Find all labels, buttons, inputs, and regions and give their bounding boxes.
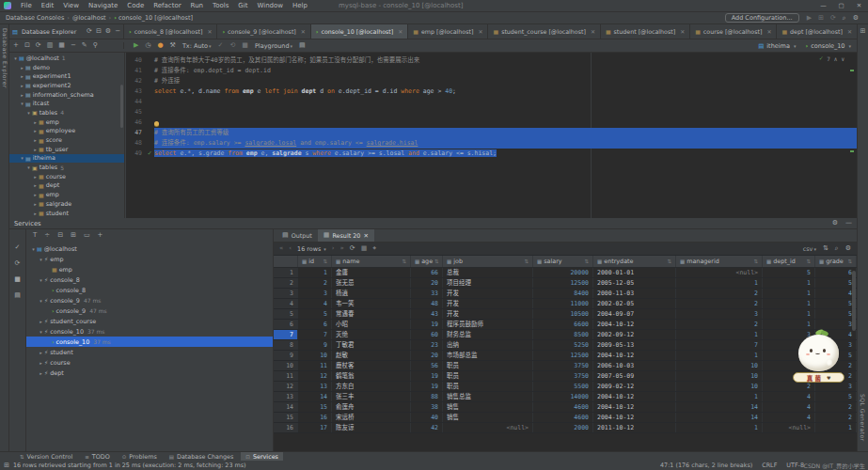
- tree-item-console_8[interactable]: ▾⚡console_8: [26, 274, 273, 285]
- search-everywhere-icon[interactable]: ⌕: [843, 15, 846, 22]
- cell-name[interactable]: 丁敏君: [332, 340, 411, 350]
- tree-item-score[interactable]: ▸▦score: [9, 135, 124, 145]
- minus-icon[interactable]: −: [71, 42, 76, 49]
- sort-icon[interactable]: ⇅: [402, 258, 406, 264]
- table-row[interactable]: 33杨逍33开发84002000-11-03214: [274, 289, 857, 299]
- cell-grade[interactable]: 5: [815, 299, 857, 308]
- editor-line[interactable]: 47# 查询所有员工的工资等级: [126, 128, 857, 138]
- grid-settings-icon[interactable]: ⚙: [845, 245, 851, 252]
- cell-entrydate[interactable]: 2002-09-12: [593, 330, 676, 339]
- chevron-closed-icon[interactable]: ▸: [19, 83, 25, 88]
- tree-item-experiment1[interactable]: ▸▤experiment1: [9, 71, 124, 81]
- cell-managerid[interactable]: 1: [676, 392, 763, 401]
- cell-managerid[interactable]: 14: [676, 413, 763, 422]
- cell-id[interactable]: 13: [298, 382, 332, 391]
- chevron-closed-icon[interactable]: ▸: [32, 182, 39, 188]
- tab-dept[interactable]: ▦dept [@localhost]✕: [777, 24, 857, 39]
- sql-editor[interactable]: ✓ 7 ∧ ∨ 40# 查询所有年龄大于40岁的员工，及其归属的部门名称；如果员…: [126, 53, 857, 218]
- jump-icon[interactable]: ⚲: [93, 42, 98, 49]
- chevron-closed-icon[interactable]: ▸: [38, 319, 44, 324]
- table-row[interactable]: 11金庸66总裁200002000-01-01<null>56: [274, 268, 857, 278]
- chevron-open-icon[interactable]: ▾: [38, 329, 44, 335]
- cell-salary[interactable]: 4600: [533, 402, 593, 412]
- menu-git[interactable]: Git: [233, 2, 252, 9]
- chevron-closed-icon[interactable]: ▸: [32, 128, 39, 133]
- tree-item-emp[interactable]: ▸▦emp: [9, 190, 124, 199]
- sort-icon[interactable]: ⇅: [434, 258, 439, 264]
- menu-code[interactable]: Code: [122, 2, 149, 9]
- cell-name[interactable]: 俞莲舟: [332, 402, 411, 412]
- find-in-grid-icon[interactable]: ⌕: [835, 245, 839, 252]
- row-number[interactable]: 5: [274, 309, 298, 319]
- chevron-open-icon[interactable]: ▾: [30, 246, 37, 252]
- tree-item-dept[interactable]: ▸⚡dept: [26, 368, 273, 378]
- cell-salary[interactable]: 11000: [533, 299, 593, 308]
- cell-age[interactable]: 19: [411, 382, 443, 391]
- cell-job[interactable]: 财务总监: [443, 330, 533, 339]
- refresh-icon[interactable]: ⟳: [36, 42, 41, 49]
- table-row[interactable]: 22张无忌20项目经理125002005-12-05115: [274, 278, 857, 289]
- tree-item-course[interactable]: ▸▦course: [9, 172, 124, 181]
- chevron-closed-icon[interactable]: ▸: [32, 174, 39, 180]
- cell-name[interactable]: 鹿杖客: [332, 361, 411, 370]
- chevron-open-icon[interactable]: ▾: [19, 155, 25, 161]
- cell-managerid[interactable]: 2: [676, 289, 763, 298]
- prev-problem-icon[interactable]: ∧: [834, 55, 838, 62]
- table-row[interactable]: 1617陈友谅42<null>20002011-10-121<null>1: [274, 423, 857, 433]
- grid-scrollbar[interactable]: [852, 271, 856, 331]
- commit-icon[interactable]: ✓: [218, 42, 224, 49]
- data-editor-icon[interactable]: ▦: [58, 42, 65, 49]
- cell-name[interactable]: 方东白: [332, 382, 411, 391]
- menu-tools[interactable]: Tools: [208, 2, 233, 9]
- column-header-name[interactable]: ▦name⇅: [332, 256, 411, 267]
- cell-entrydate[interactable]: 2004-10-12: [593, 392, 676, 401]
- cell-age[interactable]: 40: [411, 413, 443, 422]
- row-number[interactable]: 16: [274, 423, 298, 432]
- cell-job[interactable]: 开发: [443, 309, 533, 319]
- cell-grade[interactable]: 2: [815, 402, 857, 412]
- cell-grade[interactable]: 5: [815, 278, 857, 288]
- refresh-icon[interactable]: ⟳: [15, 260, 21, 267]
- tree-item-itcast[interactable]: ▾▤itcast: [9, 99, 124, 108]
- cell-entrydate[interactable]: 2009-05-13: [593, 340, 676, 350]
- cell-job[interactable]: 开发: [443, 289, 533, 298]
- playground-selector[interactable]: Playground▾: [255, 42, 292, 50]
- sort-icon[interactable]: ⇅: [847, 258, 852, 264]
- sort-icon[interactable]: ⇅: [806, 258, 811, 264]
- cell-dept_id[interactable]: 1: [763, 289, 815, 298]
- tree-item-tables[interactable]: ▾▣tables5: [9, 163, 124, 172]
- row-number[interactable]: 3: [274, 289, 298, 298]
- stop-query-icon[interactable]: ■: [361, 245, 368, 252]
- chevron-closed-icon[interactable]: ▸: [19, 65, 25, 70]
- cell-dept_id[interactable]: 4: [763, 413, 815, 422]
- cell-entrydate[interactable]: 2011-10-12: [593, 423, 676, 432]
- cell-dept_id[interactable]: <null>: [763, 423, 815, 432]
- chevron-closed-icon[interactable]: ▸: [38, 370, 44, 376]
- cell-dept_id[interactable]: 1: [763, 299, 815, 308]
- table-row[interactable]: 1011鹿杖客56职员37502006-10-031022: [274, 361, 857, 371]
- tab-close-icon[interactable]: ✕: [591, 28, 595, 35]
- cell-job[interactable]: 销售总监: [443, 392, 533, 401]
- tree-item-experiment2[interactable]: ▸▤experiment2: [9, 81, 124, 90]
- editor-line[interactable]: 46: [126, 118, 857, 128]
- tree-item-demo[interactable]: ▸▤demo: [9, 63, 124, 72]
- panel-settings-icon[interactable]: ⚙: [105, 28, 111, 35]
- breadcrumb-item[interactable]: console_10 [@localhost]: [118, 14, 193, 22]
- cell-grade[interactable]: 5: [815, 392, 857, 401]
- cell-id[interactable]: 4: [298, 299, 332, 308]
- edit-icon[interactable]: ✎: [82, 42, 87, 49]
- row-number[interactable]: 9: [274, 351, 298, 360]
- cell-job[interactable]: 程序员鼓励师: [443, 320, 533, 329]
- table-row[interactable]: 1415俞莲舟38销售46002004-10-121442: [274, 402, 857, 413]
- cell-salary[interactable]: 2000: [533, 423, 593, 432]
- collapse-all-icon[interactable]: ⊟: [96, 28, 102, 35]
- stop-icon[interactable]: ■: [14, 276, 21, 283]
- layout-icon[interactable]: ▤: [14, 292, 21, 299]
- tree-item-console_9[interactable]: ›console_947 ms: [26, 306, 273, 316]
- cell-id[interactable]: 15: [298, 402, 332, 412]
- cell-salary[interactable]: 12500: [533, 351, 593, 360]
- menu-window[interactable]: Window: [252, 2, 288, 9]
- cell-name[interactable]: 杨逍: [332, 289, 411, 298]
- cell-salary[interactable]: 12500: [533, 278, 593, 288]
- cell-age[interactable]: 19: [411, 371, 443, 381]
